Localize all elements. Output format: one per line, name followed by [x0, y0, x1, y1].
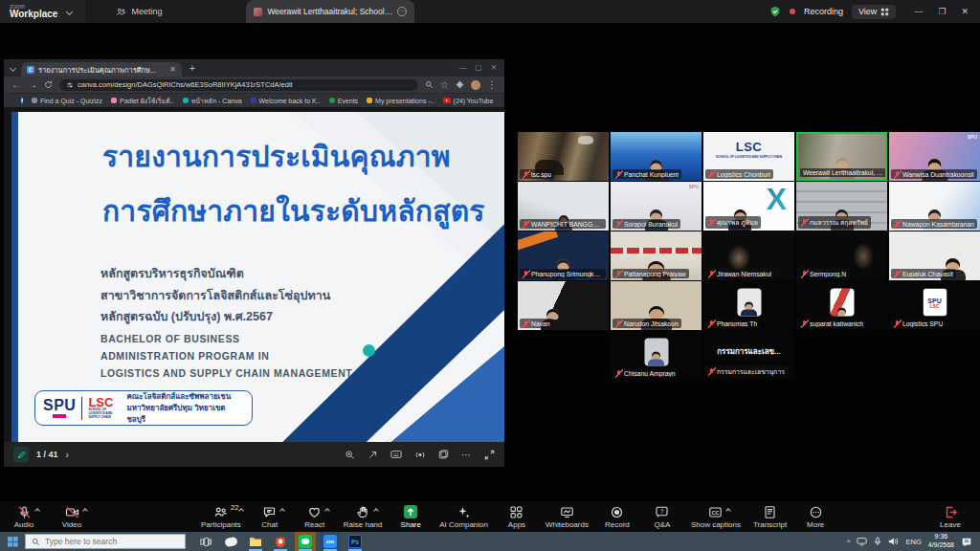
fullscreen-icon[interactable] — [484, 450, 495, 460]
tray-mic-icon[interactable] — [874, 537, 881, 546]
participant-tile[interactable]: Jirawan Niemsakul — [703, 231, 794, 280]
browser-minimize-button[interactable]: — — [459, 63, 467, 72]
site-info-icon[interactable] — [66, 81, 74, 89]
captions-button[interactable]: CC Show captions — [691, 501, 741, 532]
language-indicator[interactable]: ENG — [905, 538, 921, 546]
zoom-workplace-menu[interactable]: zoom Workplace — [0, 0, 85, 23]
ai-companion-button[interactable]: AI Companion — [439, 501, 488, 532]
tab-search-caret-icon[interactable] — [10, 65, 16, 72]
participant-tile[interactable]: SPU Sorapol Buranakul — [611, 182, 702, 231]
participant-tile[interactable]: กรรมการและเลข... กรรมการและเลขานุการ — [703, 331, 794, 380]
chat-options-caret[interactable] — [279, 508, 285, 514]
audio-options-caret[interactable] — [34, 508, 40, 514]
participant-tile[interactable]: suparat katiwanich — [796, 281, 887, 330]
react-button[interactable]: React — [299, 501, 331, 532]
present-live-icon[interactable] — [414, 450, 426, 460]
participant-tile[interactable]: Chisanu Amprayn — [611, 331, 702, 380]
taskbar-clock[interactable]: 9:36 4/9/2568 — [928, 533, 954, 550]
share-button[interactable]: Share — [394, 501, 427, 532]
tab-shared-screen[interactable]: Weerawit Lertthaaitrakul; School ... ⋯ — [246, 0, 414, 23]
participants-options-caret[interactable] — [239, 508, 245, 514]
maximize-button[interactable]: ❐ — [938, 7, 946, 16]
participant-tile[interactable]: Nawapon Kasamtaranan — [889, 182, 980, 231]
participant-tile[interactable]: LSCSCHOOL OF LOGISTICS AND SUPPLY CHAIN … — [703, 132, 794, 181]
participant-tile[interactable]: Sermpong.N — [796, 231, 887, 280]
minimize-button[interactable]: — — [914, 7, 923, 16]
taskbar-photoshop[interactable]: Ps — [345, 532, 366, 551]
participant-tile[interactable]: Phanumas Th — [703, 281, 794, 330]
edit-pencil-icon[interactable] — [13, 447, 29, 462]
keyboard-icon[interactable] — [390, 450, 402, 459]
more-options-icon[interactable]: ⋯ — [461, 450, 472, 460]
participant-tile[interactable]: Panchat Kunpluem — [611, 132, 702, 181]
volume-icon[interactable] — [888, 537, 899, 546]
bookmark-item[interactable]: Find a Quiz - Quizizz — [32, 98, 102, 104]
taskbar-brave[interactable] — [270, 532, 291, 551]
security-shield-icon[interactable] — [769, 6, 781, 17]
participant-tile[interactable]: Pattanapong Praiyaw — [611, 231, 702, 280]
reload-icon[interactable] — [44, 80, 53, 89]
new-tab-button[interactable]: + — [189, 63, 195, 74]
leave-button[interactable]: Leave — [934, 501, 967, 532]
record-button[interactable]: Record — [601, 501, 634, 532]
participant-tile[interactable]: WANPICHIT BANGGEEN — [518, 182, 609, 231]
browser-tab-canva[interactable]: C รายงานการประเมินคุณภาพการศึกษ... ✕ — [21, 62, 182, 77]
transcript-button[interactable]: Transcript — [753, 501, 787, 532]
audio-button[interactable]: Audio — [8, 501, 40, 532]
participant-tile-active-speaker[interactable]: Weerawit Lertthaaitrakul, Sc.. — [796, 132, 887, 181]
video-button[interactable]: Video — [56, 501, 88, 532]
extensions-icon[interactable] — [456, 80, 464, 89]
browser-menu-icon[interactable]: ⋮ — [487, 80, 497, 90]
taskbar-app-light[interactable] — [220, 532, 241, 551]
bookmark-item[interactable]: (24) YouTube — [443, 98, 494, 104]
address-bar[interactable]: canva.com/design/DAGsQiRIChs/w6E3SoR8IIY… — [59, 79, 418, 91]
chat-button[interactable]: Chat — [254, 501, 286, 532]
bookmark-star-icon[interactable]: ☆ — [440, 80, 449, 90]
participant-tile[interactable]: SPULSC Logistics SPU — [889, 281, 980, 330]
tray-expand-icon[interactable]: ^ — [847, 538, 851, 546]
raise-hand-button[interactable]: Raise hand — [344, 501, 382, 532]
participant-tile[interactable]: กมลวรรณ สกุลทรัพย์ — [796, 182, 887, 231]
bookmark-item[interactable]: Padlet ฝังใช้เริ่มต้.. — [111, 96, 174, 106]
tab-close-icon[interactable]: ✕ — [169, 65, 176, 74]
task-view-button[interactable] — [195, 532, 216, 551]
bookmark-item[interactable]: หน้าหลัก - Canva — [183, 96, 242, 106]
taskbar-zoom[interactable]: zm — [320, 532, 341, 551]
participant-tile[interactable]: Eupaluk Chayasit — [889, 231, 980, 280]
participant-tile[interactable]: Narudon Jitsakoon — [611, 281, 702, 330]
comment-marker-icon[interactable] — [363, 344, 375, 357]
tab-options-icon[interactable]: ⋯ — [397, 7, 407, 16]
participant-tile[interactable]: X คุณาพล ภู่พิมล — [703, 182, 794, 231]
facebook-bookmark-icon[interactable]: f — [21, 97, 23, 104]
raise-hand-options-caret[interactable] — [373, 508, 379, 514]
bookmark-item[interactable]: My presentations -.. — [367, 98, 434, 104]
back-icon[interactable]: ← — [11, 80, 21, 90]
close-button[interactable]: ✕ — [961, 7, 969, 16]
taskbar-line[interactable] — [295, 532, 316, 551]
apps-button[interactable]: Apps — [501, 501, 533, 532]
taskbar-search[interactable] — [25, 534, 186, 549]
next-slide-icon[interactable]: › — [66, 450, 69, 460]
participant-tile[interactable]: SPU Wanwisa Duantrakoonsil — [889, 132, 980, 181]
zoom-in-icon[interactable] — [345, 450, 355, 460]
network-display-icon[interactable] — [857, 537, 867, 546]
bookmark-item[interactable]: Welcome back to K.. — [251, 98, 321, 104]
participants-button[interactable]: 22 Participants — [201, 501, 241, 532]
tab-meeting[interactable]: Meeting — [116, 7, 162, 17]
start-button[interactable] — [0, 532, 25, 551]
notes-icon[interactable] — [438, 450, 449, 460]
view-button[interactable]: View — [852, 5, 896, 19]
taskbar-file-explorer[interactable] — [245, 532, 266, 551]
forward-icon[interactable]: → — [28, 80, 37, 90]
browser-close-button[interactable]: ✕ — [491, 63, 497, 72]
search-input[interactable] — [45, 537, 169, 546]
browser-profile-avatar[interactable] — [471, 80, 480, 90]
browser-maximize-button[interactable]: ▢ — [476, 63, 482, 72]
qa-button[interactable]: ? Q&A — [646, 501, 679, 532]
participant-tile[interactable]: lsc.spu — [518, 132, 609, 181]
pointer-share-icon[interactable] — [368, 450, 378, 460]
search-icon[interactable] — [425, 80, 434, 89]
bookmark-item[interactable]: Events — [329, 98, 358, 104]
captions-options-caret[interactable] — [726, 508, 732, 514]
participant-tile[interactable]: Phanupong Srimungkhun — [518, 231, 609, 280]
